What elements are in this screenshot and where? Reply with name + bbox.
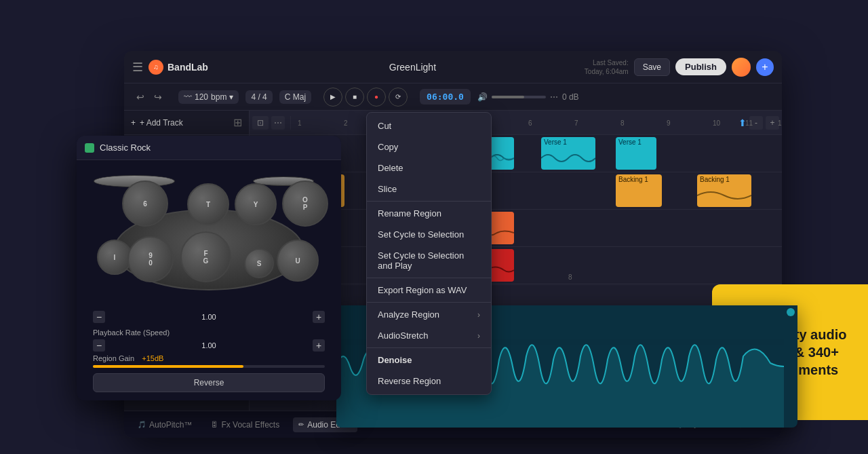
ctx-rename[interactable]: Rename Region (367, 203, 491, 224)
volume-dots: ⋯ (550, 92, 558, 102)
drum-pad-fg[interactable]: F G (180, 231, 231, 282)
stop-button[interactable]: ■ (345, 88, 364, 107)
ruler-7: 7 (574, 119, 578, 126)
ctx-delete[interactable]: Delete (367, 157, 491, 178)
region-verse-3[interactable]: Verse 1 (616, 137, 656, 170)
ctx-audiostretch[interactable]: AudioStretch › (367, 325, 491, 346)
publish-button[interactable]: Publish (675, 58, 726, 75)
record-button[interactable]: ● (367, 88, 386, 107)
region-backing-4[interactable]: Backing 1 (616, 174, 662, 207)
header-right: Last Saved: Today, 6:04am Save Publish + (585, 58, 774, 77)
ctx-analyze[interactable]: Analyze Region › (367, 304, 491, 325)
time-display: 06:00.0 (420, 89, 471, 105)
region-gain-label: Region Gain +15dB (93, 354, 325, 362)
hamburger-icon[interactable]: ☰ (132, 60, 143, 75)
gain-slider[interactable] (93, 365, 325, 368)
drum-panel-title: Classic Rock (100, 143, 151, 153)
ruler-6: 6 (528, 119, 532, 126)
ctx-reverse[interactable]: Reverse Region (367, 371, 491, 392)
drum-pad-6[interactable]: 6 (122, 181, 168, 227)
bandlab-logo: ♫ BandLab (149, 60, 208, 75)
ctx-divider-2 (367, 278, 491, 278)
context-menu: Cut Copy Delete Slice Rename Region Set … (366, 112, 492, 395)
ctx-analyze-arrow: › (477, 310, 480, 320)
play-button[interactable]: ▶ (323, 88, 342, 107)
drum-pad-y[interactable]: Y (235, 183, 277, 225)
drum-panel: Classic Rock 6 T Y O P (77, 136, 341, 400)
autopitch-label: AutoPitch™ (149, 420, 192, 430)
autopitch-icon: 🎵 (138, 421, 146, 428)
drum-pad-op[interactable]: O P (282, 181, 328, 227)
ctx-slice[interactable]: Slice (367, 178, 491, 200)
drum-pad-u[interactable]: U (277, 240, 319, 282)
drum-content: 6 T Y O P I 9 0 (77, 160, 341, 400)
reverse-button[interactable]: Reverse (93, 373, 325, 392)
time-signature[interactable]: 4 / 4 (245, 90, 272, 104)
playback-rate-label: Playback Rate (Speed) (93, 328, 325, 337)
daw-header: ☰ ♫ BandLab GreenLight Last Saved: Today… (124, 51, 782, 83)
ctx-set-cycle-play[interactable]: Set Cycle to Selection and Play (367, 245, 491, 276)
ctx-denoise[interactable]: Denoise (367, 349, 491, 371)
volume-db: 0 dB (562, 92, 579, 102)
pad-key-y: Y (254, 201, 258, 208)
tempo-wave-icon: 〰 (184, 92, 192, 102)
tempo-section[interactable]: 〰 120 bpm ▾ (178, 90, 239, 104)
save-button[interactable]: Save (634, 58, 670, 76)
region-label-b4: Backing 1 (618, 176, 648, 183)
add-track-plus-icon: + (131, 118, 136, 128)
header-center: GreenLight (249, 62, 576, 73)
gain-value: 1.00 (195, 341, 222, 349)
tempo-dropdown-icon: ▾ (229, 92, 233, 102)
ctx-divider-3 (367, 302, 491, 303)
zoom-in-button[interactable]: + (766, 116, 779, 130)
redo-button[interactable]: ↪ (150, 89, 166, 105)
region-label-b5: Backing 1 (700, 176, 730, 183)
speed-decrease-button[interactable]: − (93, 311, 105, 323)
ruler-1: 1 (298, 119, 302, 126)
pad-key-u: U (295, 257, 300, 265)
ruler-2: 2 (344, 119, 348, 126)
drum-panel-header: Classic Rock (77, 136, 341, 160)
bandlab-name: BandLab (167, 62, 208, 73)
tempo-value: 120 (195, 92, 208, 102)
drum-pad-t[interactable]: T (187, 183, 229, 225)
undo-button[interactable]: ↩ (132, 89, 149, 105)
fit-view-button[interactable]: ⊡ (252, 116, 269, 130)
ctx-export-wav[interactable]: Export Region as WAV (367, 280, 491, 301)
ruler-8: 8 (620, 119, 625, 126)
region-backing-5[interactable]: Backing 1 (697, 174, 751, 207)
vocal-effects-icon: 🎛 (211, 421, 218, 428)
bandlab-icon: ♫ (149, 60, 163, 75)
ctx-cut[interactable]: Cut (367, 115, 491, 136)
autopitch-tab[interactable]: 🎵 AutoPitch™ (132, 417, 197, 432)
play-controls: ▶ ■ ● ⟳ (323, 88, 408, 107)
add-track-button[interactable]: + + Add Track ⊞ (124, 111, 249, 135)
ctx-audiostretch-arrow: › (477, 331, 480, 341)
tempo-unit: bpm (211, 92, 226, 102)
something-button[interactable]: ⋯ (271, 116, 285, 130)
region-verse-2[interactable]: Verse 1 (541, 137, 595, 170)
undo-redo: ↩ ↪ (132, 89, 166, 105)
speed-value: 1.00 (195, 313, 222, 321)
region-handle[interactable] (787, 308, 795, 316)
pad-key-s: S (257, 260, 262, 267)
ctx-copy[interactable]: Copy (367, 136, 491, 157)
speed-increase-button[interactable]: + (313, 311, 325, 323)
drum-pad-90[interactable]: 9 0 (127, 236, 174, 282)
key-signature[interactable]: C Maj (279, 90, 311, 104)
drum-kit: 6 T Y O P I 9 0 (94, 168, 324, 304)
vocal-effects-tab[interactable]: 🎛 Fx Vocal Effects (205, 417, 285, 432)
project-title: GreenLight (389, 62, 436, 73)
drum-pad-s[interactable]: S (244, 248, 274, 278)
ctx-divider-4 (367, 347, 491, 348)
gain-increase-button[interactable]: + (313, 339, 325, 352)
gain-decrease-button[interactable]: − (93, 339, 105, 352)
volume-icon: 🔊 (477, 92, 488, 102)
user-avatar[interactable] (732, 58, 751, 77)
loop-button[interactable]: ⟳ (389, 88, 408, 107)
add-track-label: + Add Track (140, 118, 183, 128)
add-new-button[interactable]: + (756, 58, 774, 76)
ruler-9: 9 (667, 119, 671, 126)
ctx-set-cycle[interactable]: Set Cycle to Selection (367, 224, 491, 245)
volume-slider[interactable] (492, 96, 546, 98)
